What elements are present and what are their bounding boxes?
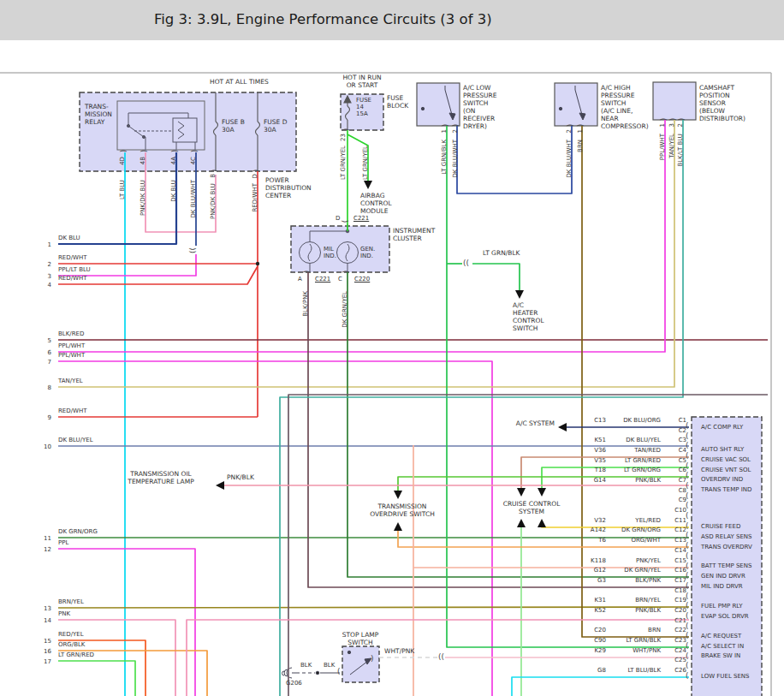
airbag-control-module-label: AIRBAG CONTROL MODULE — [360, 192, 392, 215]
fuse-block-label: FUSE BLOCK — [387, 94, 408, 110]
pin-bracket: ( — [566, 124, 573, 128]
pcm-pin: C12 — [664, 526, 686, 533]
ac-high-pressure-switch-label: A/C HIGH PRESSURE SWITCH (A/C LINE, NEAR… — [601, 84, 649, 130]
row-wire-color: PPL/LT BLU — [58, 266, 91, 273]
transmission-relay-label: TRANS- MISSION RELAY — [85, 103, 112, 126]
pdc-pin-b: B — [210, 174, 217, 178]
pcm-pin: C19 — [664, 597, 686, 604]
row-wire-color: PPL — [58, 539, 68, 546]
inline-connector: ( — [337, 668, 341, 675]
pcm-wire-color: BRN — [582, 627, 661, 634]
row-number: 7 — [39, 359, 51, 366]
cam-pin-2: 2 — [677, 123, 684, 127]
pcm-function-label: AUTO SHT RLY — [701, 446, 761, 453]
pcm-pin: C2 — [664, 427, 686, 434]
row-wire-color: DK GRN/ORG — [58, 528, 98, 535]
pcm-pin: C24 — [664, 647, 686, 654]
pcm-function-label: A/C SELECT IN — [701, 643, 761, 650]
pin-bracket: ( — [441, 124, 448, 128]
ac-high-pin-2: 2 — [566, 129, 573, 133]
pcm-function-label: BATT TEMP SENS — [701, 562, 761, 569]
relay-pin-4a: 4A — [170, 157, 177, 164]
cam-pin-1: 1 — [659, 123, 666, 127]
lt-grn-blk-branch-label: LT GRN/BLK — [483, 249, 520, 257]
row-number: 4 — [39, 282, 51, 289]
pdc-pin-d: D — [252, 174, 258, 178]
pcm-pin: C21 — [664, 617, 686, 624]
wire-red-wht-label: RED/WHT — [252, 183, 258, 212]
pcm-function-label: TRANS TEMP IND — [701, 486, 761, 493]
power-distribution-center-label: POWER DISTRIBUTION CENTER — [265, 176, 312, 199]
wire-lt-grn-blk-label: LT GRN/BLK — [441, 140, 448, 175]
pcm-pin: C5 — [664, 457, 686, 464]
relay-pin-4c: 4C — [190, 157, 197, 164]
wire-blk-lt-blu-label: BLK/LT BLU — [677, 134, 684, 167]
pin-bracket: ( — [451, 124, 459, 128]
pcm-wire-color: LT GRN/BLK — [582, 637, 661, 644]
row-wire-color: RED/YEL — [58, 631, 84, 638]
cruise-control-system-label: CRUISE CONTROL SYSTEM — [480, 500, 583, 515]
pcm-function-label: OVERDRV IND — [701, 476, 761, 483]
pcm-wire-color: TAN/RED — [582, 447, 661, 454]
pcm-wire-color: LT GRN/RED — [582, 457, 661, 464]
wire-lt-grn-yel-2: LT GRN/YEL — [362, 146, 369, 180]
pcm-function-label: CRUISE FEED — [701, 523, 761, 530]
pcm-wire-color: YEL/RED — [582, 517, 661, 524]
camshaft-sensor-label: CAMSHAFT POSITION SENSOR (BELOW DISTRIBU… — [699, 84, 745, 122]
pcm-pin: C9 — [664, 497, 686, 503]
row-wire-color: PPL/WHT — [58, 352, 85, 359]
component-boxes — [80, 82, 762, 696]
pin-bracket: ( — [190, 150, 198, 153]
pcm-function-label: A/C COMP RLY — [701, 424, 761, 431]
row-wire-color: DK BLU — [58, 235, 80, 241]
ac-high-pin-1: 1 — [577, 129, 584, 133]
pcm-wire-color: PNK/BLK — [582, 607, 661, 614]
inline-connector: ) — [371, 655, 374, 663]
row-number: 10 — [39, 443, 51, 450]
ground-g206-label: G206 — [286, 680, 302, 687]
wire-blk-pnk-label: BLK/PNK — [302, 291, 309, 317]
pcm-wire-color: DK BLU/ORG — [582, 417, 661, 424]
row-number: 3 — [39, 273, 51, 280]
pcm-pin-bracket: ( — [686, 672, 689, 680]
pin-bracket: ( — [252, 170, 259, 173]
wire-dk-grn-yel-label: DK GRN/YEL — [342, 291, 348, 328]
pin-bracket: ( — [302, 271, 310, 274]
wire-brn-label: BRN — [577, 140, 584, 152]
wire-pnk-dk-blu-label: PNK/DK BLU — [140, 180, 146, 216]
row-number: 11 — [39, 535, 51, 542]
row-number: 1 — [39, 241, 51, 248]
pnk-blk-branch-label: PNK/BLK — [227, 473, 254, 481]
pin-bracket: ( — [140, 150, 147, 153]
pcm-wire-color: DK GRN/YEL — [582, 567, 661, 574]
row-number: 16 — [39, 648, 51, 655]
row-number: 2 — [39, 261, 51, 268]
row-wire-color: RED/WHT — [58, 275, 87, 282]
pin-bracket: ( — [668, 118, 676, 122]
pcm-wire-color: DK GRN/ORG — [582, 526, 661, 533]
pcm-function-label: MIL IND DRVR — [701, 583, 761, 590]
hot-at-all-times-label: HOT AT ALL TIMES — [210, 78, 269, 86]
pcm-pin: C3 — [664, 437, 686, 443]
pcm-pin: C7 — [664, 477, 686, 484]
pcm-pin: C22 — [664, 627, 686, 634]
ac-system-label: A/C SYSTEM — [503, 419, 555, 427]
pcm-pin: C4 — [664, 447, 686, 454]
pcm-wire-color: BLK/PNK — [582, 577, 661, 584]
wire-dk-blu-label: DK BLU — [170, 180, 177, 202]
wire-dk-blu-wht-2-label: DK BLU/WHT — [452, 140, 459, 178]
row-number: 8 — [39, 384, 51, 391]
wire-dk-blu-wht-3-label: DK BLU/WHT — [566, 140, 573, 178]
row-number: 17 — [39, 658, 51, 665]
row-wire-color: PPL/WHT — [58, 342, 85, 349]
row-number: 6 — [39, 349, 51, 356]
cluster-conn-c221-top: C221 — [353, 215, 369, 222]
row-wire-color: PNK — [58, 610, 70, 617]
pcm-wire-color: LT BLU/BLK — [582, 667, 661, 674]
pcm-pin: C13 — [664, 537, 686, 544]
ac-low-pin-1: 1 — [441, 129, 448, 133]
row-wire-color: BLK/RED — [58, 330, 84, 337]
wire-pnk-dk-blu-b-label: PNK/DK BLU — [210, 183, 217, 219]
pcm-function-label: LOW FUEL SENS — [701, 673, 761, 680]
hot-in-run-label: HOT IN RUN OR START — [336, 74, 388, 89]
